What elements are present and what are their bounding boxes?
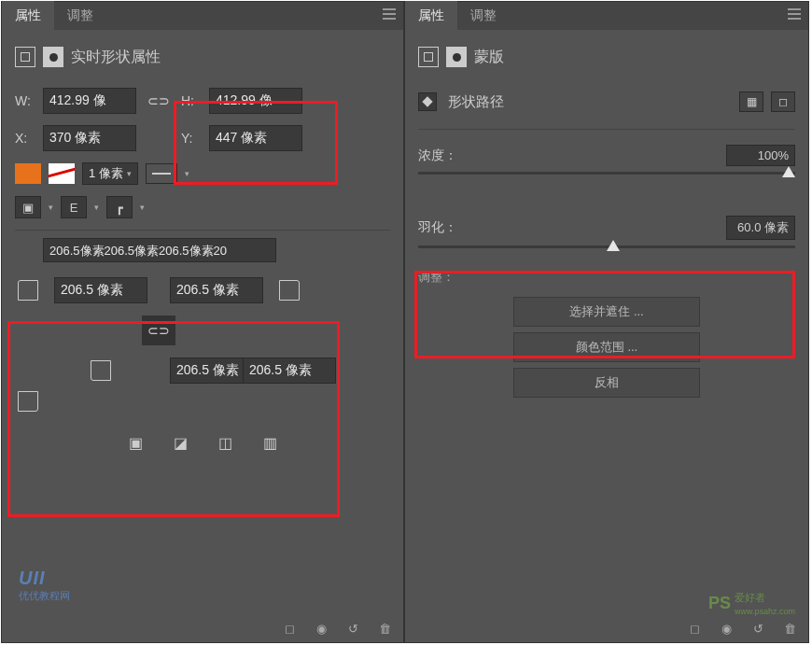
trash-icon[interactable]: 🗑	[375, 620, 394, 637]
adjust-label: 调整：	[405, 254, 808, 291]
corner-br-input[interactable]	[243, 358, 336, 384]
panel-menu-icon-r[interactable]	[788, 8, 801, 20]
panel-header: 实时形状属性	[2, 30, 403, 78]
panel-body: W: ⊂⊃ H: X: ⊂⊃ Y: 1 像素▾ ▾ ▣▾ E▾ ┏▾ 206.5…	[2, 78, 403, 466]
link-wh-icon[interactable]: ⊂⊃	[140, 93, 177, 108]
corner-grid: ⊂⊃	[15, 273, 390, 412]
corner-tl-icon	[18, 280, 38, 301]
footer-icon-3[interactable]: ↺	[343, 620, 362, 637]
mask-select-row: 形状路径 ▦ ◻	[405, 78, 808, 121]
select-and-mask-button[interactable]: 选择并遮住 ...	[513, 297, 700, 327]
dd3[interactable]: ▾	[140, 203, 145, 212]
cap-button[interactable]: E	[61, 196, 87, 218]
properties-panel-left: 属性 调整 实时形状属性 W: ⊂⊃ H: X: ⊂⊃ Y: 1 像素▾ ▾	[1, 1, 404, 643]
properties-panel-right: 属性 调整 蒙版 形状路径 ▦ ◻ 浓度： 100% 羽化： 60.0 像素	[404, 1, 809, 643]
feather-slider[interactable]	[418, 245, 795, 248]
mask-icon	[43, 47, 63, 67]
color-range-button[interactable]: 颜色范围 ...	[513, 332, 700, 362]
header-title-r: 蒙版	[474, 48, 504, 67]
footer-icon-1[interactable]: ◻	[280, 620, 299, 637]
path-subtract-icon[interactable]: ◪	[163, 428, 197, 456]
corner-tl-input[interactable]	[54, 277, 147, 303]
shape-icon-r	[418, 47, 439, 67]
corner-button[interactable]: ┏	[106, 196, 133, 218]
panel-footer-r: ◻ ◉ ↺ 🗑	[685, 620, 799, 637]
trash-icon-r[interactable]: 🗑	[780, 620, 799, 637]
density-slider[interactable]	[418, 172, 795, 175]
y-label: Y:	[181, 131, 205, 146]
tab-bar: 属性 调整	[2, 2, 403, 30]
corner-bl-icon	[91, 360, 111, 381]
dropdown-arrow-icon[interactable]: ▾	[185, 169, 189, 178]
dd2[interactable]: ▾	[94, 203, 99, 212]
path-intersect-icon[interactable]: ◫	[208, 428, 242, 456]
height-input[interactable]	[209, 88, 302, 114]
width-input[interactable]	[43, 88, 136, 114]
height-label: H:	[181, 93, 205, 108]
corner-radii-summary[interactable]: 206.5像素206.5像素206.5像素20	[43, 238, 276, 262]
path-combine-icon[interactable]: ▣	[119, 428, 152, 456]
watermark-ps: PS 爱好者 www.psahz.com	[708, 591, 795, 616]
path-exclude-icon[interactable]: ▥	[253, 428, 287, 456]
path-thumb-icon[interactable]	[418, 92, 437, 111]
corner-tr-icon	[279, 280, 300, 301]
feather-row: 羽化： 60.0 像素	[405, 208, 808, 254]
add-mask-icon[interactable]: ▦	[739, 91, 763, 112]
mask-icon-r	[446, 47, 467, 67]
stroke-style-dropdown[interactable]	[146, 163, 177, 184]
vector-mask-icon[interactable]: ◻	[771, 91, 795, 112]
feather-thumb[interactable]	[607, 240, 620, 251]
align-edges-button[interactable]: ▣	[15, 196, 41, 218]
shape-icon	[15, 47, 35, 67]
tab-properties[interactable]: 属性	[2, 1, 54, 31]
tab-adjustments-r[interactable]: 调整	[457, 1, 510, 31]
corner-tr-input[interactable]	[170, 277, 263, 303]
x-input[interactable]	[43, 125, 136, 151]
tab-adjustments[interactable]: 调整	[54, 1, 106, 31]
panel-footer: ◻ ◉ ↺ 🗑	[280, 620, 394, 637]
density-label: 浓度：	[418, 147, 457, 164]
header-title: 实时形状属性	[71, 48, 161, 67]
invert-button[interactable]: 反相	[513, 368, 700, 398]
density-row: 浓度： 100%	[405, 137, 808, 180]
x-label: X:	[15, 131, 39, 146]
mask-type-label: 形状路径	[448, 93, 504, 111]
footer-icon-3r[interactable]: ↺	[749, 620, 767, 637]
y-input[interactable]	[209, 125, 302, 151]
panel-header-r: 蒙版	[405, 30, 808, 78]
link-corners-button[interactable]: ⊂⊃	[142, 315, 175, 345]
tab-bar-right: 属性 调整	[405, 2, 808, 30]
density-value[interactable]: 100%	[726, 145, 795, 166]
width-label: W:	[15, 93, 39, 108]
stroke-swatch[interactable]	[49, 163, 75, 184]
dd1[interactable]: ▾	[49, 203, 53, 212]
watermark-uii: UII 优优教程网	[19, 568, 70, 603]
tab-properties-r[interactable]: 属性	[405, 1, 457, 31]
path-operations: ▣ ◪ ◫ ▥	[15, 428, 390, 456]
stroke-width-dropdown[interactable]: 1 像素▾	[82, 162, 138, 185]
corner-br-icon	[18, 391, 38, 412]
footer-icon-2r[interactable]: ◉	[717, 620, 735, 637]
fill-swatch[interactable]	[15, 163, 41, 184]
feather-label: 羽化：	[418, 219, 457, 236]
feather-value[interactable]: 60.0 像素	[726, 216, 795, 240]
footer-icon-2[interactable]: ◉	[312, 620, 330, 637]
density-thumb[interactable]	[782, 166, 795, 177]
panel-menu-icon[interactable]	[383, 8, 396, 20]
footer-icon-1r[interactable]: ◻	[685, 620, 704, 637]
